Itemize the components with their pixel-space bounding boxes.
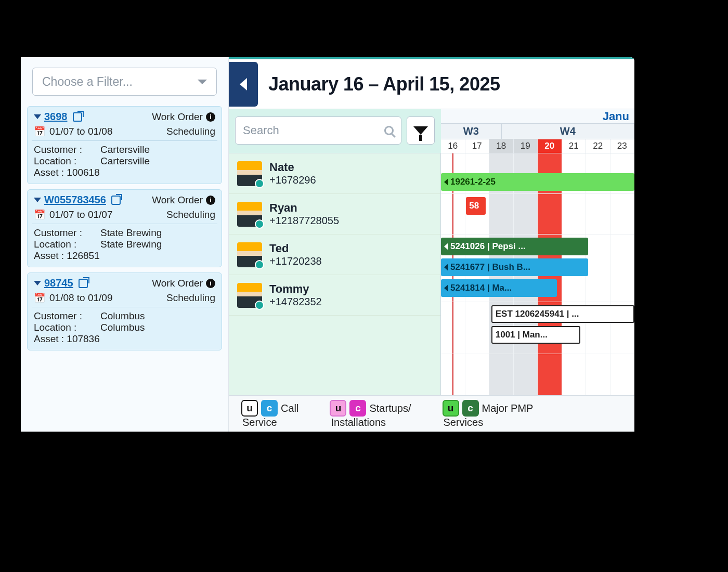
resource-name: Nate [269,161,316,174]
main-panel: January 16 – April 15, 2025 Search Janu … [229,57,634,432]
filter-icon [413,126,428,135]
gantt-bar[interactable]: 1001 | Man... [491,326,580,344]
week-cell[interactable]: W3 [441,124,502,139]
work-order-card[interactable]: 3698 Work Order i 📅 01/07 to 01/08 Sched… [27,106,222,184]
avatar [237,161,262,186]
timeline-header: Janu W3 W4 16 17 18 19 20 21 22 23 [441,109,634,153]
day-cell[interactable]: 18 [489,139,514,153]
avatar [237,202,262,227]
gantt-row: 19261-2-25 [441,153,634,194]
day-cell[interactable]: 19 [514,139,538,153]
day-cell[interactable]: 16 [441,139,465,153]
collapse-sidebar-button[interactable] [229,62,258,107]
bar-label: 58 [469,201,479,211]
chevron-left-icon [240,78,247,90]
gantt-bar[interactable]: EST 1206245941 | ... [491,305,634,323]
gantt-area[interactable]: 19261-2-25 58 5241026 | Pepsi ... 52 [441,153,634,395]
arrow-left-icon [444,264,448,271]
chevron-down-icon[interactable] [34,198,41,202]
work-order-dates: 01/08 to 01/09 [49,292,113,304]
resource-phone: +11720238 [269,255,322,267]
external-link-icon[interactable] [73,112,82,122]
work-order-card[interactable]: 98745 Work Order i 📅 01/08 to 01/09 Sche… [27,272,222,350]
info-icon[interactable]: i [206,196,215,205]
work-order-type: Work Order [152,194,203,206]
legend-chip: c [349,400,366,417]
arrow-left-icon [444,243,448,250]
customer-label: Customer : [34,310,91,322]
day-cell[interactable]: 17 [465,139,490,153]
work-order-dates: 01/07 to 01/08 [49,126,113,137]
filter-placeholder: Choose a Filter... [42,75,133,89]
app-window: Choose a Filter... 3698 Work Order i [21,57,634,432]
location-label: Location : [34,155,91,167]
resource-name: Ryan [269,201,339,215]
location-value: Columbus [100,322,145,333]
work-order-dates: 01/07 to 01/07 [49,209,113,220]
search-toolbox: Search [229,109,441,153]
legend-chip: c [261,400,278,417]
bar-label: 5241026 | Pepsi ... [450,241,526,252]
legend-chip: u [241,400,258,417]
week-row: W3 W4 [441,124,634,139]
week-cell[interactable]: W4 [502,124,634,139]
customer-label: Customer : [34,144,91,155]
title-bar: January 16 – April 15, 2025 [229,57,634,109]
customer-value: Columbus [100,310,145,322]
resource-row[interactable]: Ryan +12187728055 [229,194,440,235]
day-cell[interactable]: 23 [610,139,635,153]
filter-button[interactable] [407,116,435,145]
bar-label: 19261-2-25 [450,177,496,187]
day-row: 16 17 18 19 20 21 22 23 [441,139,634,153]
divider [32,224,217,224]
info-icon[interactable]: i [206,112,215,122]
divider [32,307,217,307]
resource-row[interactable]: Ted +11720238 [229,235,440,275]
external-link-icon[interactable] [111,196,121,205]
gantt-bar[interactable]: 5241677 | Bush B... [441,258,588,276]
day-cell[interactable]: 21 [562,139,587,153]
gantt-bar[interactable]: 58 [466,197,485,215]
legend-item: u c Major PMP Services [443,400,534,430]
legend-chip: u [330,400,346,417]
resource-name: Ted [269,242,322,255]
gantt-row: 5241026 | Pepsi ... 5241677 | Bush B... … [441,235,634,302]
external-link-icon[interactable] [79,279,88,288]
search-placeholder: Search [243,124,279,137]
work-order-status: Scheduling [166,209,215,220]
location-label: Location : [34,322,91,333]
resource-name: Tommy [269,282,322,296]
gantt-bar[interactable]: 5241814 | Ma... [441,279,557,297]
filter-dropdown[interactable]: Choose a Filter... [32,68,217,96]
chevron-down-icon[interactable] [34,281,41,285]
location-value: Cartersville [100,155,150,167]
legend-chip: c [462,400,479,417]
search-icon [384,126,394,135]
work-order-link[interactable]: 98745 [44,277,73,289]
legend-label: Call [281,402,298,414]
tool-row: Search Janu W3 W4 16 17 18 [229,109,634,153]
work-order-card[interactable]: W055783456 Work Order i 📅 01/07 to 01/07… [27,189,222,267]
search-input[interactable]: Search [235,116,401,145]
resource-list: Nate +1678296 Ryan +12187728055 Ted +1 [229,153,441,395]
resource-row[interactable]: Tommy +14782352 [229,275,440,316]
resource-row[interactable]: Nate +1678296 [229,153,440,194]
gantt-bar[interactable]: 19261-2-25 [441,173,634,191]
body-grid: Nate +1678296 Ryan +12187728055 Ted +1 [229,153,634,395]
calendar-icon: 📅 [34,209,45,220]
day-cell[interactable]: 22 [586,139,610,153]
avatar [237,242,262,267]
resource-phone: +14782352 [269,296,322,308]
work-order-link[interactable]: W055783456 [44,194,106,206]
calendar-icon: 📅 [34,292,45,304]
bar-label: 5241677 | Bush B... [450,262,530,272]
divider [32,140,217,141]
gantt-bar[interactable]: 5241026 | Pepsi ... [441,238,588,255]
day-cell-today[interactable]: 20 [538,139,562,153]
work-order-link[interactable]: 3698 [44,111,68,123]
bar-label: 1001 | Man... [496,330,548,340]
chevron-down-icon[interactable] [34,114,41,119]
customer-value: State Brewing [100,227,162,239]
legend-item: u c Startups/ Installations [330,400,411,430]
info-icon[interactable]: i [206,279,215,288]
